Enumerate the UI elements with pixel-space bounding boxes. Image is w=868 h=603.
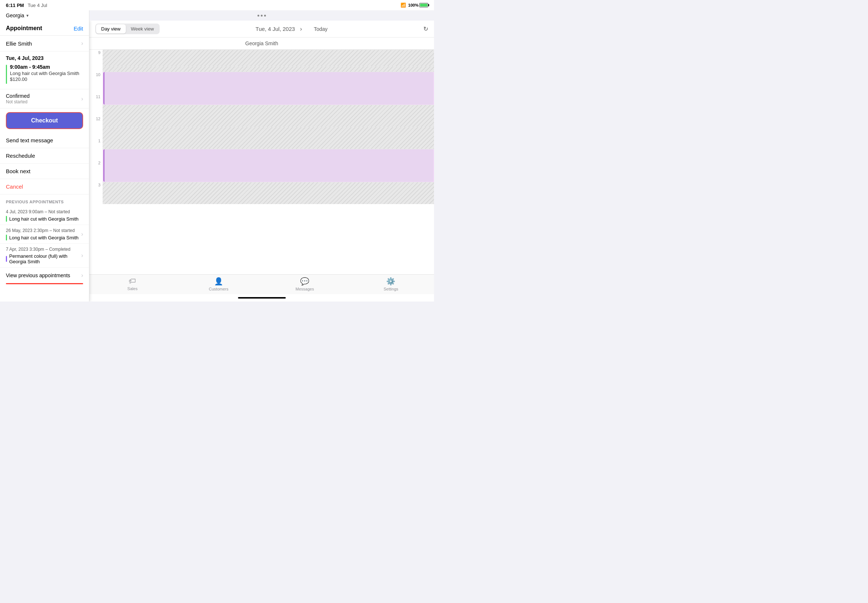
time-columns [103, 49, 434, 274]
tab-customers-label: Customers [209, 287, 228, 291]
book-next-button[interactable]: Book next [0, 164, 89, 179]
customers-icon: 👤 [214, 277, 223, 286]
appointment-service: Long hair cut with Georgia Smith [10, 71, 79, 76]
calendar-header: Day view Week view Tue, 4 Jul, 2023 › To… [90, 20, 434, 37]
appointment-panel: Appointment Edit Ellie Smith › Tue, 4 Ju… [0, 20, 90, 302]
tab-bar: 🏷 Sales 👤 Customers 💬 Messages ⚙️ Settin… [90, 274, 434, 294]
date-section: Tue, 4 Jul, 2023 9:00am - 9:45am Long ha… [0, 51, 89, 89]
calendar-nav: Tue, 4 Jul, 2023 › Today [255, 25, 328, 33]
status-chevron-icon: › [81, 96, 83, 102]
slot-10am-appt[interactable] [103, 72, 434, 105]
home-indicator [90, 294, 434, 302]
calendar-body: 9 10 11 12 1 2 3 [90, 49, 434, 274]
slot-2pm[interactable] [103, 182, 434, 204]
slot-1pm-appt[interactable] [103, 149, 434, 182]
send-text-button[interactable]: Send text message [0, 133, 89, 148]
today-button[interactable]: Today [314, 26, 327, 32]
location-label: Georgia [6, 12, 24, 19]
view-prev-chevron-icon: › [81, 272, 83, 279]
refresh-button[interactable]: ↻ [423, 25, 428, 32]
next-day-button[interactable]: › [299, 25, 303, 33]
prev-appt-content-2: 26 May, 2023 2:30pm – Not started Long h… [6, 228, 79, 240]
settings-icon: ⚙️ [386, 277, 395, 286]
prev-green-bar-2 [6, 235, 7, 240]
prev-appt-service-row-2: Long hair cut with Georgia Smith [6, 235, 79, 240]
prev-appointment-2[interactable]: 26 May, 2023 2:30pm – Not started Long h… [0, 225, 89, 244]
reschedule-button[interactable]: Reschedule [0, 148, 89, 164]
appointment-date: Tue, 4 Jul, 2023 [6, 55, 83, 61]
time-label-12: 12 [90, 116, 103, 138]
home-bar [238, 297, 286, 298]
view-prev-appointments[interactable]: View previous appointments › [0, 267, 89, 283]
staff-header: Georgia Smith [90, 37, 434, 49]
time-labels: 9 10 11 12 1 2 3 [90, 49, 103, 274]
location-selector[interactable]: Georgia ▼ [0, 10, 90, 20]
dropdown-icon: ▼ [26, 14, 29, 18]
time-grid: 9 10 11 12 1 2 3 [90, 49, 434, 274]
prev-appointment-1[interactable]: 4 Jul, 2023 9:00am – Not started Long ha… [0, 206, 89, 225]
battery-indicator: 100% [408, 3, 428, 7]
slot-11am[interactable] [103, 105, 434, 127]
top-dots-area [90, 10, 434, 20]
date-display: Tue 4 Jul [28, 3, 47, 8]
prev-appointments-header: PREVIOUS APPOINTMENTS [0, 195, 89, 206]
appointment-time-range: 9:00am - 9:45am [10, 64, 79, 70]
time-label-1: 1 [90, 138, 103, 160]
calendar-date: Tue, 4 Jul, 2023 [255, 26, 295, 32]
prev-appt-service-1: Long hair cut with Georgia Smith [9, 216, 79, 222]
prev-appt-service-row-3: Permanent colour (full) with Georgia Smi… [6, 254, 81, 264]
dots-menu[interactable] [255, 10, 268, 20]
slot-9-45am[interactable] [103, 66, 434, 72]
time-label-3: 3 [90, 182, 103, 204]
prev-appt-service-row-1: Long hair cut with Georgia Smith [6, 216, 83, 222]
status-time: 6:11 PM Tue 4 Jul [6, 3, 47, 8]
tab-messages-label: Messages [296, 287, 314, 291]
cancel-button[interactable]: Cancel [0, 179, 89, 195]
prev-appt-date-3: 7 Apr, 2023 3:30pm – Completed [6, 247, 81, 252]
time-label-11: 11 [90, 94, 103, 116]
tab-settings-label: Settings [384, 287, 398, 291]
client-row[interactable]: Ellie Smith › [0, 36, 89, 51]
tab-sales[interactable]: 🏷 Sales [90, 277, 175, 291]
bottom-indicator [6, 283, 83, 284]
status-indicators: 📶 100% [401, 3, 428, 8]
tab-messages[interactable]: 💬 Messages [262, 277, 348, 291]
appointment-time-block: 9:00am - 9:45am Long hair cut with Georg… [6, 64, 83, 87]
appointment-block-1[interactable] [103, 72, 433, 104]
appointment-block-2[interactable] [103, 149, 433, 182]
prev-appt-chevron-3: › [81, 252, 83, 259]
prev-appt-content-3: 7 Apr, 2023 3:30pm – Completed Permanent… [6, 247, 81, 264]
prev-appt-date-2: 26 May, 2023 2:30pm – Not started [6, 228, 79, 233]
prev-appt-date-1: 4 Jul, 2023 9:00am – Not started [6, 209, 83, 214]
appointment-price: $120.00 [10, 76, 79, 82]
prev-appt-header-3: 7 Apr, 2023 3:30pm – Completed Permanent… [6, 247, 83, 264]
status-row[interactable]: Confirmed Not started › [0, 89, 89, 108]
prev-appt-service-3: Permanent colour (full) with Georgia Smi… [9, 254, 81, 264]
tab-settings[interactable]: ⚙️ Settings [348, 277, 434, 291]
prev-appointment-3[interactable]: 7 Apr, 2023 3:30pm – Completed Permanent… [0, 244, 89, 267]
day-view-button[interactable]: Day view [96, 24, 126, 34]
next-week-button[interactable] [307, 28, 310, 30]
status-sub-text: Not started [6, 99, 30, 104]
panel-header: Appointment Edit [0, 20, 89, 36]
tab-customers[interactable]: 👤 Customers [175, 277, 261, 291]
time-label-9: 9 [90, 49, 103, 72]
status-main-text: Confirmed [6, 93, 30, 99]
tab-sales-label: Sales [127, 286, 138, 291]
green-accent-bar [6, 65, 7, 84]
prev-appt-chevron-2: › [81, 231, 83, 238]
status-info: Confirmed Not started [6, 93, 30, 104]
wifi-icon: 📶 [401, 3, 406, 8]
prev-green-bar-1 [6, 216, 7, 222]
appointment-details: 9:00am - 9:45am Long hair cut with Georg… [10, 64, 79, 82]
slot-12pm[interactable] [103, 127, 434, 149]
chevron-right-icon: › [81, 40, 83, 47]
time-label-10: 10 [90, 72, 103, 94]
dot2 [261, 15, 263, 17]
edit-button[interactable]: Edit [74, 25, 83, 32]
week-view-button[interactable]: Week view [126, 24, 159, 34]
prev-purple-bar-3 [6, 256, 7, 262]
time-display: 6:11 PM [6, 3, 24, 8]
checkout-button[interactable]: Checkout [6, 112, 83, 129]
slot-9am[interactable] [103, 49, 434, 66]
